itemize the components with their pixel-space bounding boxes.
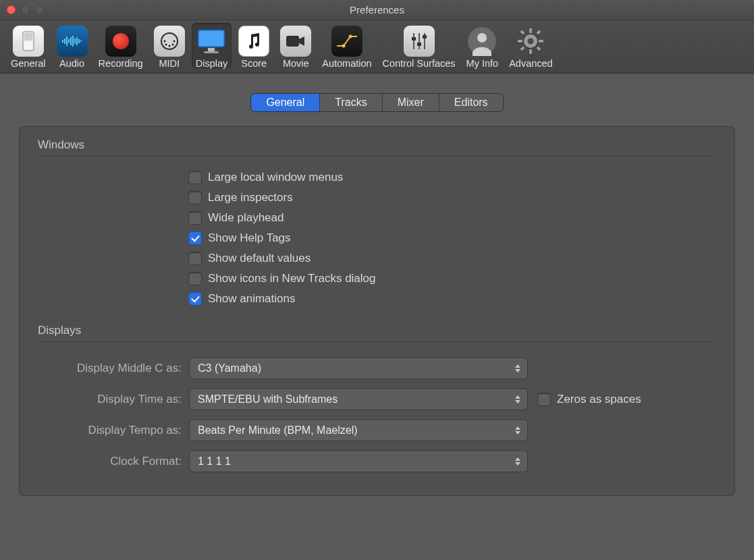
- checkbox-large-local-window-menus[interactable]: [189, 171, 201, 184]
- person-icon: [466, 26, 497, 57]
- gear-icon: [515, 26, 546, 57]
- svg-point-25: [342, 45, 345, 48]
- svg-rect-1: [24, 33, 32, 40]
- toolbar-display[interactable]: Display: [192, 23, 232, 69]
- svg-point-34: [477, 33, 487, 43]
- subtab-tracks[interactable]: Tracks: [320, 94, 382, 111]
- svg-rect-38: [518, 40, 522, 43]
- select-display-tempo[interactable]: Beats Per Minute (BPM, Maelzel): [190, 420, 527, 441]
- select-value: SMPTE/EBU with Subframes: [198, 393, 338, 405]
- checkbox-label: Zeros as spaces: [557, 393, 641, 406]
- toolbar-score[interactable]: Score: [234, 23, 273, 69]
- toolbar-label: Advanced: [509, 58, 553, 69]
- toolbar-my-info[interactable]: My Info: [462, 23, 503, 69]
- checkbox-show-default-values[interactable]: [189, 252, 201, 264]
- monitor-icon: [196, 26, 227, 57]
- svg-rect-42: [537, 30, 541, 34]
- checkbox-zeros-as-spaces[interactable]: [538, 393, 550, 405]
- svg-rect-30: [412, 37, 416, 40]
- checkbox-show-animations[interactable]: [189, 293, 201, 305]
- toolbar-label: Recording: [99, 58, 143, 69]
- divider: [38, 156, 716, 157]
- checkbox-large-inspectors[interactable]: [189, 192, 201, 204]
- toolbar-audio[interactable]: Audio: [53, 23, 92, 69]
- toolbar-label: My Info: [466, 58, 499, 69]
- preferences-toolbar: General Audio Recording MIDI Display Sco…: [0, 20, 754, 74]
- updown-arrows-icon: [512, 424, 523, 437]
- zoom-window-button[interactable]: [35, 5, 44, 14]
- updown-arrows-icon: [512, 362, 523, 375]
- svg-rect-40: [520, 30, 525, 34]
- toolbar-automation[interactable]: Automation: [318, 23, 375, 69]
- select-value: Beats Per Minute (BPM, Maelzel): [198, 424, 358, 437]
- updown-arrows-icon: [512, 393, 523, 406]
- svg-rect-22: [208, 48, 215, 51]
- toolbar-label: Score: [241, 58, 267, 69]
- checkbox-label: Large local window menus: [208, 171, 343, 184]
- divider: [38, 341, 716, 342]
- svg-point-15: [163, 40, 165, 43]
- titlebar: Preferences: [0, 0, 754, 20]
- svg-rect-32: [423, 35, 427, 38]
- window-title: Preferences: [0, 4, 754, 16]
- svg-rect-43: [520, 46, 525, 51]
- toolbar-label: MIDI: [159, 58, 180, 69]
- camera-icon: [280, 26, 311, 57]
- svg-point-17: [165, 44, 167, 46]
- traffic-lights: [7, 5, 44, 14]
- settings-panel: Windows Large local window menus Large i…: [19, 126, 735, 496]
- toolbar-control-surfaces[interactable]: Control Surfaces: [379, 23, 460, 69]
- toolbar-recording[interactable]: Recording: [95, 23, 147, 69]
- subtab-mixer[interactable]: Mixer: [383, 94, 439, 111]
- checkbox-label: Show default values: [208, 252, 311, 265]
- toolbar-label: Control Surfaces: [383, 58, 456, 69]
- svg-point-16: [173, 40, 175, 43]
- svg-rect-37: [529, 49, 532, 54]
- toolbar-midi[interactable]: MIDI: [150, 23, 189, 69]
- close-window-button[interactable]: [7, 5, 16, 14]
- toolbar-label: Movie: [283, 58, 309, 69]
- svg-rect-2: [24, 42, 32, 49]
- select-display-middle-c[interactable]: C3 (Yamaha): [190, 358, 527, 379]
- music-notes-icon: [238, 26, 269, 57]
- label-display-time: Display Time as:: [38, 393, 190, 406]
- checkbox-wide-playhead[interactable]: [189, 212, 201, 224]
- toolbar-general[interactable]: General: [7, 23, 50, 69]
- label-display-tempo: Display Tempo as:: [38, 424, 190, 437]
- svg-point-19: [168, 45, 170, 47]
- svg-rect-36: [529, 28, 532, 33]
- select-value: 1 1 1 1: [198, 455, 231, 468]
- select-value: C3 (Yamaha): [198, 362, 261, 374]
- automation-curve-icon: [331, 26, 362, 57]
- checkbox-label: Show icons in New Tracks dialog: [208, 272, 376, 285]
- checkbox-show-icons-new-tracks[interactable]: [189, 273, 201, 285]
- content-area: General Tracks Mixer Editors Windows Lar…: [0, 74, 754, 516]
- svg-rect-24: [286, 36, 299, 47]
- checkbox-show-help-tags[interactable]: [189, 232, 201, 244]
- toolbar-label: Audio: [59, 58, 84, 69]
- checkbox-label: Large inspectors: [208, 191, 293, 204]
- waveform-icon: [57, 26, 88, 57]
- toolbar-advanced[interactable]: Advanced: [505, 23, 557, 69]
- display-subtabs: General Tracks Mixer Editors: [19, 94, 735, 111]
- switch-icon: [13, 26, 44, 57]
- faders-icon: [404, 26, 435, 57]
- subtab-editors[interactable]: Editors: [439, 94, 503, 111]
- record-icon: [105, 26, 136, 57]
- checkbox-label: Show Help Tags: [208, 231, 291, 245]
- minimize-window-button[interactable]: [21, 5, 30, 14]
- midi-port-icon: [154, 26, 185, 57]
- toolbar-movie[interactable]: Movie: [276, 23, 315, 69]
- select-display-time[interactable]: SMPTE/EBU with Subframes: [190, 389, 527, 410]
- checkbox-label: Show animations: [208, 292, 295, 306]
- svg-point-18: [171, 44, 173, 46]
- subtab-general[interactable]: General: [251, 94, 320, 111]
- checkbox-label: Wide playhead: [208, 211, 284, 225]
- toolbar-label: Display: [196, 58, 228, 69]
- svg-rect-31: [417, 43, 421, 46]
- svg-rect-21: [199, 31, 223, 46]
- select-clock-format[interactable]: 1 1 1 1: [190, 451, 527, 472]
- svg-rect-23: [204, 51, 219, 53]
- toolbar-label: Automation: [322, 58, 371, 69]
- section-displays-title: Displays: [38, 324, 716, 337]
